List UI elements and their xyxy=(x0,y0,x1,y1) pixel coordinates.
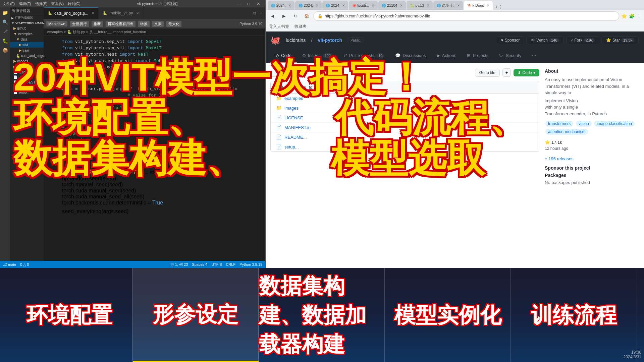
spell-btn[interactable]: 拼写检查有用出 xyxy=(106,21,136,27)
nav-projects[interactable]: ⊞ Projects xyxy=(462,49,494,63)
taskbar-dataset[interactable]: 数据集构建、数据加载器构建 xyxy=(259,268,385,362)
bookmark-1[interactable]: 导入人书签 xyxy=(269,24,289,29)
file-name-4[interactable]: MANIFEST.in xyxy=(284,125,311,130)
menu-view[interactable]: 查看(V) xyxy=(51,1,64,6)
wrap-btn[interactable]: 全部折行 xyxy=(70,21,89,27)
maximize-btn-toolbar[interactable]: 最大化 xyxy=(166,21,181,27)
browser-tab-active[interactable]: 🐕 k Dogs ✕ xyxy=(464,1,493,10)
new-tab-btn[interactable]: + xyxy=(495,3,499,10)
file-name-2[interactable]: images xyxy=(284,106,299,111)
menu-file[interactable]: 文件(F) xyxy=(3,1,15,6)
branch-selector[interactable]: ⎇ main ▾ xyxy=(270,69,296,77)
nav-actions[interactable]: ▶ Actions xyxy=(431,49,462,63)
file-name-6[interactable]: setup... xyxy=(284,144,299,149)
tag-classification[interactable]: image-classification xyxy=(594,121,635,127)
file-row-examples[interactable]: 📁 examples xyxy=(271,94,539,103)
nav-prs[interactable]: ⇄ Pull requests 10 xyxy=(338,49,390,63)
convert-btn[interactable]: 转换 xyxy=(138,21,150,27)
browser-tab-3[interactable]: 🌐 2024 ✕ xyxy=(322,1,348,10)
refresh-btn[interactable]: ↻ xyxy=(290,11,300,21)
tab-close-btn[interactable]: ✕ xyxy=(92,11,94,15)
nav-issues[interactable]: ⊙ Issues 122 xyxy=(297,49,338,63)
tag-transformers[interactable]: transformers xyxy=(545,121,573,127)
tab-close-3[interactable]: ✕ xyxy=(342,4,345,7)
maximize-btn[interactable]: □ xyxy=(245,1,252,6)
extensions-browser-btn[interactable]: 🧩 xyxy=(629,13,635,19)
taskbar-model[interactable]: 模型实例化 xyxy=(385,268,511,362)
file-gitignore[interactable]: 📄 .gitignore xyxy=(10,70,44,75)
file-manifest[interactable]: 📄 MANIFEST.in xyxy=(10,80,44,85)
tab-cats-dogs[interactable]: 🐍 cats_and_dogs.p... ✕ xyxy=(44,7,99,19)
folder-vit-pytorch[interactable]: ▶ vit_pytorch xyxy=(10,64,44,70)
stars-stat[interactable]: ⭐ 17.1k xyxy=(545,140,562,145)
folder-test[interactable]: ▶ test xyxy=(10,42,44,48)
section-open-editors[interactable]: ▶ 打开的编辑器 xyxy=(10,15,44,21)
markdown-btn[interactable]: Markdown xyxy=(46,21,67,26)
add-file-btn[interactable]: + xyxy=(502,68,511,77)
git-branch[interactable]: ⎇ main xyxy=(3,262,16,267)
file-name-5[interactable]: README... xyxy=(284,135,307,140)
menu-select[interactable]: 选择(S) xyxy=(35,1,48,6)
home-btn[interactable]: 🏠 xyxy=(302,11,311,21)
more-actions-btn[interactable]: ⋯ xyxy=(258,11,262,15)
file-row-images[interactable]: 📁 images xyxy=(271,103,539,113)
sponsor-btn[interactable]: ♥ Sponsor xyxy=(497,36,524,44)
gh-logo-icon[interactable]: 🐙 xyxy=(270,36,280,45)
nav-security[interactable]: 🛡 Security xyxy=(494,49,527,63)
tab-close-github[interactable]: ✕ xyxy=(372,4,374,7)
folder-github[interactable]: ▶ github xyxy=(10,25,44,31)
file-license[interactable]: 📄 LICENSE xyxy=(10,75,44,80)
browser-tab-1[interactable]: 🌐 2024: ✕ xyxy=(268,1,294,10)
minimize-btn[interactable]: — xyxy=(234,1,243,6)
split-editor-btn[interactable]: ⧉ xyxy=(253,11,256,15)
tab-close-7[interactable]: ✕ xyxy=(457,4,460,7)
file-cats-dogs[interactable]: 🐍 cats_and_dogs.py xyxy=(10,53,44,58)
browser-tab-6[interactable]: 🐍 py.13 ✕ xyxy=(407,1,433,10)
fork-btn[interactable]: ⑂ Fork 2.9k xyxy=(566,36,599,44)
branch-tags-icon[interactable]: 🏷 xyxy=(299,70,303,75)
explorer-icon[interactable]: 📁 xyxy=(1,9,9,17)
close-btn[interactable]: ✕ xyxy=(255,1,262,6)
menu-edit[interactable]: 编辑(E) xyxy=(19,1,31,6)
url-text[interactable]: https://github.com/lucidrains/vit-pytorc… xyxy=(325,14,430,18)
tab-close-1[interactable]: ✕ xyxy=(288,4,291,7)
code-editor[interactable]: from vit_pytorch.sep_vit import SepViT f… xyxy=(44,36,265,159)
tab-close-5[interactable]: ✕ xyxy=(400,4,402,7)
tab-mobile-vit[interactable]: 🐍 mobile_vit.py ✕ xyxy=(99,7,143,19)
releases-link[interactable]: + 196 releases xyxy=(545,156,639,161)
menu-browser-btn[interactable]: ⋮ xyxy=(637,13,641,19)
extensions-icon[interactable]: 📦 xyxy=(1,46,9,54)
debug-icon[interactable]: 🐛 xyxy=(1,37,9,45)
file-name[interactable]: examples xyxy=(284,96,303,101)
browser-tab-2[interactable]: 🌐 2024: ✕ xyxy=(295,1,322,10)
menu-goto[interactable]: 转到(G) xyxy=(68,1,80,6)
tab-close-6[interactable]: ✕ xyxy=(427,4,429,7)
taskbar-train[interactable]: 训练流程 xyxy=(511,268,637,362)
nav-more[interactable]: ⋯ xyxy=(527,49,542,63)
taskbar-env[interactable]: 环境配置 xyxy=(7,268,133,362)
watch-btn[interactable]: 👁 Watch 146 xyxy=(527,36,564,44)
browser-tab-5[interactable]: 🌐 21104 ✕ xyxy=(378,1,406,10)
tag-attention[interactable]: attention-mechanism xyxy=(545,129,588,135)
search-icon[interactable]: 🔍 xyxy=(1,18,9,26)
star-btn[interactable]: ⭐ Star 19.3k xyxy=(602,36,639,44)
tab-overflow-btn[interactable]: ⟩ xyxy=(500,5,501,9)
gh-repo-link[interactable]: vit-pytorch xyxy=(318,38,342,43)
browser-tab-github[interactable]: 🐙 lucidi... ✕ xyxy=(349,1,378,10)
file-row-license[interactable]: 📄 LICENSE xyxy=(271,113,539,123)
infer-btn[interactable]: 推断 xyxy=(92,21,103,27)
file-row-manifest[interactable]: 📄 MANIFEST.in xyxy=(271,123,539,132)
nav-discussions[interactable]: 💬 Discussions xyxy=(390,49,431,63)
file-row-setup[interactable]: 📄 setup... xyxy=(271,142,539,152)
file-setup[interactable]: 📄 setup... xyxy=(10,90,44,95)
file-readme[interactable]: 📄 README... xyxy=(10,85,44,90)
url-bar[interactable]: 🔒 https://github.com/lucidrains/vit-pyto… xyxy=(313,11,619,21)
folder-train[interactable]: ▶ train xyxy=(10,48,44,53)
tab-close-btn-2[interactable]: ✕ xyxy=(136,11,139,15)
taskbar-params[interactable]: 形参设定 xyxy=(133,268,259,362)
file-name-3[interactable]: LICENSE xyxy=(284,115,303,120)
browser-tab-7[interactable]: 🌐 昆明十: ✕ xyxy=(433,1,463,10)
text-btn[interactable]: 文素 xyxy=(152,21,164,27)
back-btn[interactable]: ◀ xyxy=(268,11,277,21)
forward-btn[interactable]: ▶ xyxy=(279,11,288,21)
